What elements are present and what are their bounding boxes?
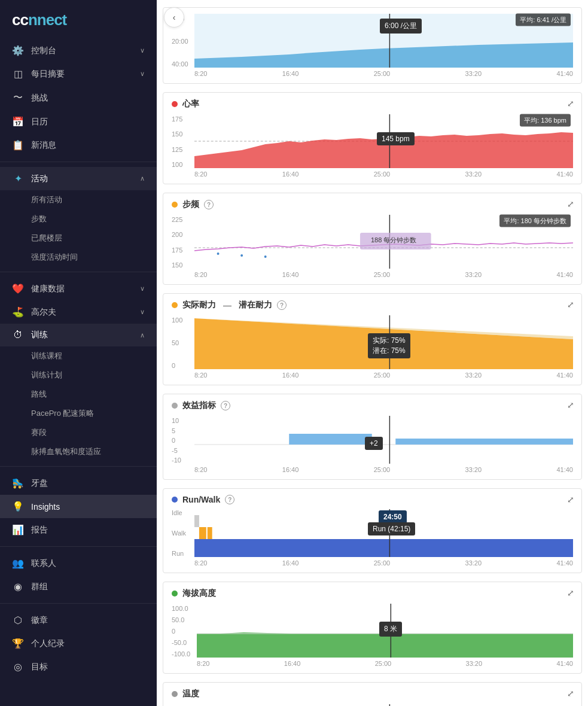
runwalk-x-labels: 8:20 16:40 25:00 33:20 41:40 [194,559,573,567]
svg-rect-18 [194,539,573,557]
sidebar-item-dashboard[interactable]: ⚙️ 控制台 ∨ [0,39,157,62]
sidebar-sub-all-activities[interactable]: 所有活动 [31,190,157,209]
svg-rect-16 [395,439,573,445]
sidebar-sub-steps[interactable]: 步数 [31,209,157,229]
stamina-title: 实际耐力 — 潜在耐力 ? [172,300,573,311]
sidebar-item-calendar[interactable]: 📅 日历 [0,110,157,133]
svg-rect-21 [194,515,199,527]
expand-icon[interactable]: ⤢ [567,495,574,504]
chevron-up-icon: ∧ [140,331,145,339]
messages-icon: 📋 [12,139,24,151]
sidebar-item-records[interactable]: 🏆 个人纪录 [0,632,157,655]
sidebar-item-reports[interactable]: 📊 报告 [0,518,157,541]
cadence-x-labels: 8:20 16:40 25:00 33:20 41:40 [194,271,573,278]
sidebar-sub-courses[interactable]: 训练课程 [31,346,157,366]
main-content: ‹ ⤢ 0:00 20:00 40:00 [157,0,588,706]
chevron-up-icon: ∧ [140,175,145,182]
calendar-icon: 📅 [12,116,24,127]
stamina-dot [172,302,178,308]
sidebar-sub-spo2[interactable]: 脉搏血氧饱和度适应 [31,442,157,461]
charts-container: ⤢ 0:00 20:00 40:00 [157,7,588,706]
cadence-help-icon[interactable]: ? [204,200,214,209]
sidebar-item-cycling[interactable]: 🛼 牙盘 [0,471,157,495]
sidebar-item-health[interactable]: ❤️ 健康数据 ∨ [0,277,157,300]
runwalk-title: Run/Walk ? [172,495,573,504]
back-button[interactable]: ‹ [164,7,184,28]
hr-chart-svg [194,114,573,168]
training-icon: ⏱ [12,330,24,340]
pace-x-labels: 8:20 16:40 25:00 33:20 41:40 [194,70,573,77]
expand-icon[interactable]: ⤢ [567,400,574,410]
insights-icon: 💡 [12,501,24,512]
svg-point-7 [217,252,220,255]
app-logo: ccnnect [0,0,157,39]
temperature-chart-panel: 温度 ⤢ 17.5 15.0 12.5 10.0 [163,682,582,706]
sidebar-item-insights[interactable]: 💡 Insights [0,495,157,518]
chevron-icon: ∨ [140,308,145,316]
groups-icon: ◉ [12,581,24,592]
hr-avg-badge: 平均: 136 bpm [520,114,571,127]
heartrate-chart-panel: 心率 ⤢ 175 150 125 100 [163,92,582,184]
perf-x-labels: 8:20 16:40 25:00 33:20 41:40 [194,466,573,473]
sidebar-sub-segments[interactable]: 赛段 [31,423,157,442]
performance-chart-panel: 效益指标 ? ⤢ 10 5 0 -5 -10 [163,394,582,480]
sidebar-item-daily[interactable]: ◫ 每日摘要 ∨ [0,62,157,86]
health-icon: ❤️ [12,283,24,294]
temp-dot [172,691,178,697]
activities-icon: ✦ [12,173,24,184]
contacts-icon: 👥 [12,558,24,569]
pace-chart-panel: ⤢ 0:00 20:00 40:00 [163,7,582,84]
sidebar-sub-plans[interactable]: 训练计划 [31,366,157,385]
hr-x-labels: 8:20 16:40 25:00 33:20 41:40 [194,171,573,178]
cycling-icon: 🛼 [12,477,24,489]
stamina-x-labels: 8:20 16:40 25:00 33:20 41:40 [194,372,573,379]
pace-y-label-2: 40:00 [172,60,194,68]
sidebar-sub-routes[interactable]: 路线 [31,385,157,404]
expand-icon[interactable]: ⤢ [567,588,574,598]
expand-icon[interactable]: ⤢ [567,300,574,309]
stamina-help-icon[interactable]: ? [277,300,287,310]
training-submenu: 训练课程 训练计划 路线 PacePro 配速策略 赛段 脉搏血氧饱和度适应 [0,346,157,461]
cadence-tooltip: 188 每分钟步数 [371,236,416,245]
sidebar-item-badges[interactable]: ⬡ 徽章 [0,608,157,632]
chevron-icon: ∨ [140,47,145,54]
sidebar-sub-floors[interactable]: 已爬楼层 [31,229,157,248]
elevation-title: 海拔高度 [172,588,573,599]
sidebar-item-activities[interactable]: ✦ 活动 ∧ [0,167,157,190]
sidebar-item-golf[interactable]: ⛳ 高尔夫 ∨ [0,300,157,324]
cadence-chart-panel: 步频 ? ⤢ 225 200 175 150 [163,193,582,285]
pace-avg-badge: 平均: 6:41 /公里 [516,14,571,26]
runwalk-help-icon[interactable]: ? [225,495,234,504]
runwalk-chart-panel: Run/Walk ? ⤢ Idle Walk Run [163,488,582,573]
sidebar-item-messages[interactable]: 📋 新消息 [0,133,157,157]
dashboard-icon: ⚙️ [12,45,24,56]
sidebar-sub-pacepro[interactable]: PacePro 配速策略 [31,404,157,423]
expand-icon[interactable]: ⤢ [567,689,574,698]
golf-icon: ⛳ [12,306,24,318]
perf-chart-svg [194,416,573,464]
heartrate-title: 心率 [172,99,573,109]
stamina-chart-panel: 实际耐力 — 潜在耐力 ? ⤢ 100 50 0 [163,293,582,385]
sidebar-item-contacts[interactable]: 👥 联系人 [0,552,157,575]
svg-rect-19 [199,527,206,539]
chevron-icon: ∨ [140,70,145,78]
records-icon: 🏆 [12,638,24,649]
sidebar-sub-intensity[interactable]: 强度活动时间 [31,248,157,267]
elev-x-labels: 8:20 16:40 25:00 33:20 41:40 [197,660,573,667]
cadence-title: 步频 ? [172,199,573,210]
runwalk-chart-svg [194,509,573,557]
runwalk-dot [172,497,178,503]
challenges-icon: 〜 [12,92,24,104]
sidebar-item-training[interactable]: ⏱ 训练 ∧ [0,324,157,346]
sidebar-item-goals[interactable]: ◎ 目标 [0,655,157,678]
expand-icon[interactable]: ⤢ [567,199,574,209]
chevron-icon: ∨ [140,285,145,293]
cadence-avg-badge: 平均: 180 每分钟步数 [499,215,571,227]
elev-chart-svg [197,604,573,658]
activities-submenu: 所有活动 步数 已爬楼层 强度活动时间 [0,190,157,267]
sidebar-item-groups[interactable]: ◉ 群组 [0,575,157,598]
perf-help-icon[interactable]: ? [221,401,230,410]
goals-icon: ◎ [12,661,24,672]
sidebar-item-challenges[interactable]: 〜 挑战 [0,86,157,110]
expand-icon[interactable]: ⤢ [567,99,574,108]
